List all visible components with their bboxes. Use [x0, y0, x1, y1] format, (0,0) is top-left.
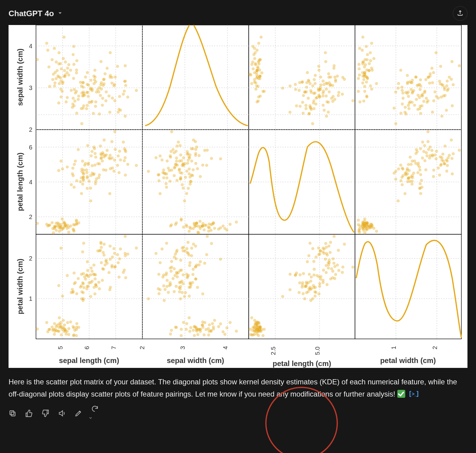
regenerate-button[interactable]: [91, 410, 99, 418]
svg-point-658: [180, 218, 183, 221]
svg-point-893: [435, 157, 438, 160]
svg-point-875: [410, 182, 413, 185]
svg-point-739: [169, 154, 172, 157]
svg-point-253: [314, 74, 317, 77]
svg-point-247: [301, 101, 304, 104]
svg-point-508: [61, 218, 64, 221]
svg-point-270: [314, 102, 317, 106]
read-aloud-button[interactable]: [58, 410, 66, 418]
svg-point-340: [358, 47, 361, 50]
svg-point-704: [188, 167, 191, 171]
model-selector[interactable]: ChatGPT 4o: [9, 9, 63, 18]
svg-point-1062: [100, 261, 103, 264]
svg-point-1068: [86, 269, 89, 272]
svg-point-1282: [313, 274, 316, 277]
svg-point-293: [312, 99, 315, 102]
svg-point-689: [182, 187, 185, 190]
svg-point-1359: [343, 243, 346, 246]
svg-point-1165: [158, 292, 161, 295]
svg-point-913: [427, 130, 430, 133]
svg-point-357: [369, 51, 372, 54]
svg-point-1281: [310, 275, 313, 279]
svg-point-297: [341, 93, 344, 96]
scatter-matrix-plot[interactable]: 2 3 4 2 4 6 1 2: [9, 25, 467, 368]
svg-point-988: [73, 271, 76, 275]
svg-point-1222: [174, 253, 177, 256]
svg-point-820: [365, 228, 368, 232]
thumbs-down-button[interactable]: [41, 410, 49, 418]
svg-point-102: [73, 88, 76, 91]
svg-point-694: [159, 192, 162, 195]
svg-point-164: [113, 83, 116, 86]
view-code-button[interactable]: [>_]: [409, 389, 418, 401]
svg-point-743: [219, 157, 222, 160]
svg-point-211: [257, 42, 260, 45]
svg-point-373: [367, 69, 370, 72]
svg-point-330: [318, 95, 321, 99]
svg-point-1279: [288, 273, 292, 276]
svg-point-1086: [207, 327, 210, 330]
svg-point-1058: [113, 252, 116, 255]
svg-point-1180: [179, 259, 182, 262]
svg-point-478: [440, 95, 443, 99]
svg-point-165: [114, 76, 117, 79]
svg-point-404: [394, 91, 397, 94]
svg-point-456: [450, 60, 453, 63]
svg-point-1321: [309, 280, 312, 283]
svg-point-952: [53, 322, 56, 325]
copy-button[interactable]: [9, 410, 16, 418]
svg-point-966: [51, 325, 54, 329]
svg-point-454: [440, 115, 443, 118]
svg-point-1064: [99, 241, 102, 244]
svg-point-866: [397, 200, 400, 203]
svg-point-968: [72, 326, 75, 329]
edit-button[interactable]: [74, 410, 82, 418]
ytick: 2: [29, 255, 32, 262]
svg-point-1314: [305, 281, 308, 284]
ytick: 2: [29, 214, 32, 220]
svg-point-61: [45, 42, 48, 45]
svg-point-333: [357, 63, 360, 66]
svg-point-527: [60, 228, 63, 232]
svg-point-977: [77, 277, 80, 280]
svg-point-233: [299, 105, 302, 108]
share-button[interactable]: [453, 6, 467, 21]
svg-point-1056: [117, 261, 120, 264]
svg-point-1195: [205, 253, 208, 256]
svg-point-1036: [94, 277, 97, 280]
svg-point-1203: [173, 267, 176, 270]
svg-point-720: [179, 176, 182, 179]
svg-point-617: [103, 138, 106, 142]
svg-point-124: [94, 100, 97, 103]
svg-point-1111: [175, 326, 178, 329]
svg-point-1335: [312, 260, 315, 263]
ytick: 2: [29, 126, 32, 133]
xtick: 6: [84, 346, 90, 349]
svg-point-281: [325, 95, 328, 98]
svg-point-735: [192, 168, 195, 171]
svg-point-621: [83, 164, 86, 167]
svg-point-1084: [224, 333, 227, 336]
svg-point-510: [67, 231, 70, 234]
svg-point-949: [48, 328, 51, 331]
svg-point-1159: [157, 273, 160, 276]
svg-point-1152: [184, 291, 187, 294]
svg-point-1046: [100, 246, 103, 249]
xtick: 4: [222, 346, 229, 349]
svg-point-535: [80, 192, 83, 195]
svg-point-367: [365, 95, 368, 98]
svg-point-1124: [195, 329, 198, 333]
svg-point-72: [72, 45, 75, 48]
svg-point-699: [201, 164, 204, 167]
svg-point-1164: [167, 291, 170, 294]
svg-point-984: [82, 272, 85, 275]
svg-point-418: [397, 87, 400, 90]
svg-point-406: [397, 82, 400, 85]
svg-point-186: [253, 57, 256, 60]
thumbs-up-button[interactable]: [25, 410, 33, 418]
svg-point-725: [189, 182, 192, 185]
svg-point-1214: [194, 245, 197, 248]
svg-point-837: [417, 171, 420, 174]
svg-point-1186: [165, 242, 168, 245]
svg-point-1026: [80, 297, 83, 300]
